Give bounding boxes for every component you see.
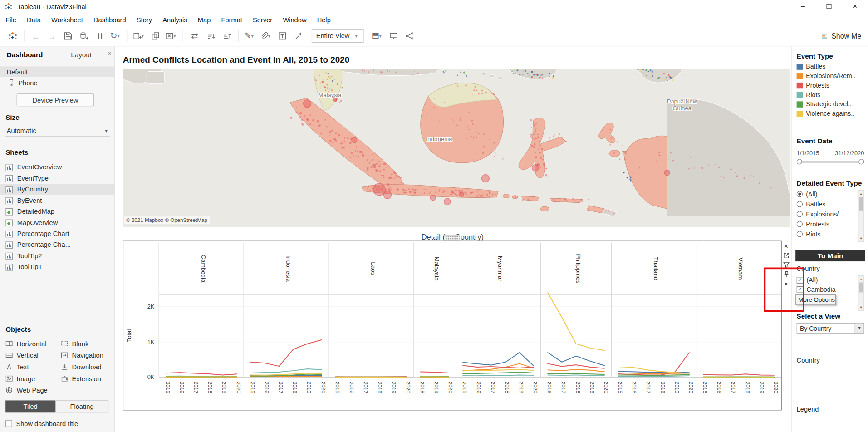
- detailed-list-scrollbar[interactable]: ▲ ▼: [858, 190, 864, 242]
- menu-help[interactable]: Help: [317, 16, 331, 24]
- radio-option-all[interactable]: (All): [797, 189, 818, 199]
- legend-item-violence[interactable]: Violence agains..: [797, 110, 854, 117]
- radio-option-protests[interactable]: Protests: [797, 219, 829, 229]
- menu-worksheet[interactable]: Worksheet: [51, 16, 83, 24]
- go-to-sheet-icon[interactable]: [782, 251, 790, 259]
- tab-dashboard[interactable]: Dashboard: [7, 51, 43, 59]
- legend-item-riots[interactable]: Riots: [797, 91, 821, 98]
- radio-option-riots[interactable]: Riots: [797, 229, 821, 239]
- detail-chart-zone[interactable]: 0K1K2KTotalCambodia201520162017201820192…: [123, 241, 782, 411]
- caret-down-icon[interactable]: ▾: [855, 324, 864, 333]
- sheet-item-mapoverview[interactable]: MapOverview: [0, 217, 115, 228]
- caret-down-icon[interactable]: ▾: [268, 34, 273, 39]
- tiled-toggle[interactable]: Tiled: [5, 400, 55, 412]
- show-hide-cards-button[interactable]: ▤▾: [371, 29, 385, 43]
- sheet-item-bycountry[interactable]: ByCountry: [0, 184, 115, 195]
- caret-down-icon[interactable]: ▾: [251, 34, 256, 39]
- device-item-phone[interactable]: Phone: [0, 78, 115, 88]
- tab-layout[interactable]: Layout: [71, 51, 92, 59]
- map-canvas[interactable]: [123, 69, 790, 227]
- menu-window[interactable]: Window: [283, 16, 306, 24]
- menu-server[interactable]: Server: [253, 16, 272, 24]
- presentation-mode-button[interactable]: [387, 29, 401, 43]
- share-button[interactable]: [403, 29, 417, 43]
- detail-chart[interactable]: 0K1K2KTotalCambodia201520162017201820192…: [123, 241, 781, 410]
- floating-toggle[interactable]: Floating: [55, 400, 108, 412]
- object-vertical[interactable]: Vertical: [5, 349, 38, 361]
- close-button[interactable]: ✕: [842, 0, 868, 13]
- object-horizontal[interactable]: Horizontal: [5, 338, 46, 350]
- scroll-up-icon[interactable]: ▲: [858, 276, 863, 282]
- object-navigation[interactable]: Navigation: [61, 349, 103, 361]
- menu-analysis[interactable]: Analysis: [162, 16, 187, 24]
- size-dropdown[interactable]: Automatic ▾: [5, 125, 109, 137]
- show-dashboard-title-checkbox[interactable]: [5, 420, 12, 427]
- legend-item-explosions[interactable]: Explosions/Rem..: [797, 73, 856, 79]
- sheet-item-eventoverview[interactable]: EventOverview: [0, 162, 115, 172]
- device-preview-button[interactable]: Device Preview: [17, 93, 94, 106]
- sheet-item-byevent[interactable]: ByEvent: [0, 195, 115, 206]
- object-image[interactable]: Image: [5, 373, 35, 384]
- caret-down-icon[interactable]: ▾: [379, 34, 384, 39]
- remove-zone-icon[interactable]: ✕: [782, 242, 790, 250]
- scrollbar-thumb[interactable]: [859, 197, 863, 211]
- scroll-up-icon[interactable]: ▲: [858, 191, 863, 196]
- sheet-item-detailedmap[interactable]: DetailedMap: [0, 206, 115, 217]
- fix-axes-button[interactable]: [291, 29, 305, 43]
- country-list-scrollbar[interactable]: ▲ ▼: [858, 275, 864, 311]
- object-download[interactable]: Download: [61, 361, 102, 373]
- format-links-button[interactable]: ▾: [259, 29, 273, 43]
- device-item-default[interactable]: Default: [0, 66, 115, 77]
- clear-sheet-button[interactable]: ▾: [164, 29, 178, 43]
- redo-button[interactable]: →: [45, 29, 59, 43]
- object-extension[interactable]: Extension: [61, 373, 101, 384]
- legend-item-strategic[interactable]: Strategic devel..: [797, 101, 852, 108]
- caret-down-icon[interactable]: ▾: [117, 34, 122, 39]
- caret-down-icon[interactable]: ▾: [173, 34, 178, 39]
- slider-handle-start[interactable]: [797, 159, 802, 164]
- run-auto-updates-button[interactable]: ↻▾: [109, 29, 123, 43]
- sheet-item-percentage-chart[interactable]: Percentage Chart: [0, 228, 115, 239]
- slider-track[interactable]: [799, 161, 862, 163]
- scroll-down-icon[interactable]: ▼: [858, 304, 863, 310]
- sort-ascending-button[interactable]: [204, 29, 218, 43]
- menu-file[interactable]: File: [5, 16, 16, 24]
- pause-auto-updates-button[interactable]: [93, 29, 107, 43]
- caret-down-icon[interactable]: ▾: [142, 34, 146, 39]
- sheet-item-eventtype[interactable]: EventType: [0, 173, 115, 184]
- show-mark-labels-button[interactable]: [275, 29, 289, 43]
- menu-dashboard[interactable]: Dashboard: [93, 16, 126, 24]
- object-text[interactable]: Text: [5, 361, 29, 373]
- map-view[interactable]: Malaysia Indonesia Papua New Guinea © 20…: [123, 69, 790, 227]
- radio-option-battles[interactable]: Battles: [797, 199, 826, 209]
- duplicate-button[interactable]: [148, 29, 162, 43]
- select-view-dropdown[interactable]: By Country ▾: [797, 323, 864, 334]
- menu-data[interactable]: Data: [27, 16, 41, 24]
- object-web-page[interactable]: Web Page: [5, 384, 48, 396]
- sheet-item-percentage-cha[interactable]: Percentage Cha...: [0, 239, 115, 250]
- maximize-button[interactable]: [816, 0, 842, 13]
- sort-descending-button[interactable]: [220, 29, 234, 43]
- menu-format[interactable]: Format: [221, 16, 242, 24]
- highlight-button[interactable]: ✎▾: [243, 29, 257, 43]
- scrollbar-thumb[interactable]: [859, 282, 863, 292]
- legend-item-battles[interactable]: Battles: [797, 63, 826, 70]
- menu-story[interactable]: Story: [137, 16, 152, 24]
- scroll-down-icon[interactable]: ▼: [858, 236, 863, 241]
- date-range-slider[interactable]: [797, 159, 864, 164]
- swap-rows-columns-button[interactable]: ⇄: [188, 29, 202, 43]
- object-blank[interactable]: Blank: [61, 338, 88, 350]
- show-me-button[interactable]: Show Me: [820, 32, 862, 40]
- to-main-button[interactable]: To Main: [795, 250, 865, 261]
- panel-close-icon[interactable]: ✕: [108, 51, 112, 56]
- menu-map[interactable]: Map: [198, 16, 211, 24]
- new-data-source-button[interactable]: [77, 29, 91, 43]
- sheet-item-tooltip1[interactable]: ToolTip1: [0, 261, 115, 272]
- save-button[interactable]: [61, 29, 75, 43]
- radio-option-explosions[interactable]: Explosions/...: [797, 209, 844, 219]
- fit-selector[interactable]: Entire View ▾: [312, 29, 364, 43]
- tableau-home-button[interactable]: [5, 29, 20, 43]
- sheet-item-tooltip2[interactable]: ToolTip2: [0, 250, 115, 261]
- slider-handle-end[interactable]: [858, 159, 864, 164]
- minimize-button[interactable]: ─: [790, 0, 816, 13]
